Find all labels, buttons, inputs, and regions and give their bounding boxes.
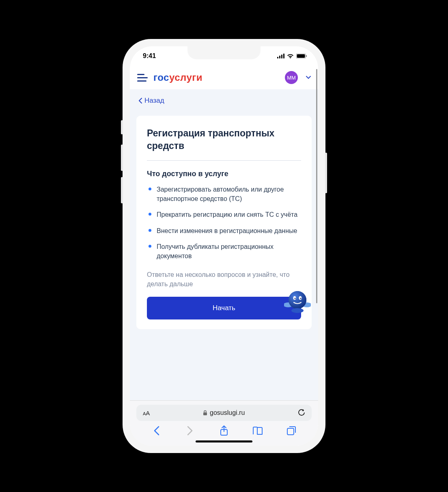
side-button	[325, 153, 327, 193]
nav-back-icon[interactable]	[151, 425, 162, 436]
back-label: Назад	[144, 97, 164, 105]
url-text: gosuslugi.ru	[210, 409, 245, 416]
browser-toolbar	[136, 421, 312, 438]
svg-rect-16	[203, 412, 207, 415]
bookmarks-icon[interactable]	[252, 425, 263, 436]
avatar[interactable]: ММ	[285, 71, 298, 84]
svg-point-13	[295, 298, 296, 299]
divider	[147, 160, 301, 161]
side-button	[121, 177, 123, 203]
list-item: Зарегистрировать автомобиль или другое т…	[147, 185, 301, 203]
screen: 9:41 госуслуги ММ	[130, 46, 318, 446]
svg-rect-5	[297, 54, 305, 58]
list-item: Прекратить регистрацию или снять ТС с уч…	[147, 210, 301, 219]
logo[interactable]: госуслуги	[153, 72, 202, 83]
chevron-left-icon	[139, 98, 142, 104]
svg-rect-0	[277, 57, 278, 58]
service-card: Регистрация транспортных средств Что дос…	[136, 116, 312, 329]
reload-icon[interactable]	[298, 409, 305, 416]
wifi-icon	[287, 54, 294, 58]
subheading: Что доступно в услуге	[147, 170, 301, 178]
status-time: 9:41	[143, 52, 156, 60]
url-bar[interactable]: AA gosuslugi.ru	[136, 405, 312, 421]
reader-mode-icon[interactable]: AA	[143, 410, 150, 416]
status-icons	[277, 54, 307, 58]
cellular-icon	[277, 54, 284, 58]
logo-part1: гос	[153, 72, 169, 83]
svg-rect-6	[306, 55, 307, 57]
tabs-icon[interactable]	[286, 425, 297, 436]
logo-part2: услуги	[169, 72, 202, 83]
side-button	[121, 145, 123, 171]
side-button	[121, 120, 123, 134]
app-header: госуслуги ММ	[130, 66, 318, 89]
notch	[187, 46, 261, 59]
lock-icon	[203, 410, 207, 416]
phone-frame: 9:41 госуслуги ММ	[123, 39, 325, 453]
menu-icon[interactable]	[137, 72, 148, 83]
svg-point-10	[289, 291, 306, 309]
start-button[interactable]: Начать	[147, 297, 301, 319]
chevron-down-icon[interactable]	[306, 76, 311, 79]
scrollbar[interactable]	[316, 69, 317, 303]
share-icon[interactable]	[218, 425, 230, 436]
assistant-bot-icon[interactable]	[284, 289, 311, 314]
battery-icon	[296, 54, 307, 58]
list-item: Получить дубликаты регистрационных докум…	[147, 242, 301, 261]
svg-rect-18	[287, 428, 294, 435]
svg-rect-3	[283, 54, 284, 58]
browser-chrome: AA gosuslugi.ru	[130, 400, 318, 446]
hint-text: Ответьте на несколько вопросов и узнайте…	[147, 270, 301, 289]
svg-point-14	[300, 298, 302, 299]
list-item: Внести изменения в регистрационные данны…	[147, 226, 301, 235]
back-row: Назад	[130, 89, 318, 112]
svg-rect-2	[281, 55, 282, 59]
viewport[interactable]: госуслуги ММ Назад Регистрация транспорт…	[130, 66, 318, 400]
page-title: Регистрация транспортных средств	[147, 127, 301, 152]
content-area: госуслуги ММ Назад Регистрация транспорт…	[130, 66, 318, 446]
home-indicator[interactable]	[196, 440, 252, 442]
svg-rect-1	[279, 56, 280, 58]
url-display: gosuslugi.ru	[203, 409, 245, 416]
nav-forward-icon	[185, 425, 196, 436]
svg-point-15	[291, 308, 304, 313]
back-link[interactable]: Назад	[139, 97, 164, 105]
bullet-list: Зарегистрировать автомобиль или другое т…	[147, 185, 301, 261]
